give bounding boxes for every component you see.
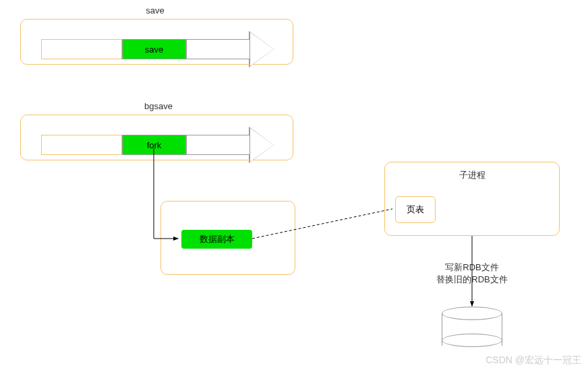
bgsave-title: bgsave	[125, 101, 192, 111]
watermark-text: CSDN @宏远十一冠王	[486, 354, 581, 367]
child-process-container: 子进程 页表	[384, 162, 560, 236]
arrow-segment-before	[41, 39, 122, 59]
rdb-cylinder-icon	[442, 307, 502, 347]
page-table-box: 页表	[395, 196, 436, 223]
save-arrow: save	[41, 32, 274, 66]
arrow-head-icon	[250, 32, 274, 66]
data-copy-label: 数据副本	[200, 233, 235, 245]
arrow-segment-after-bg	[186, 135, 250, 155]
fork-arrow-label: fork	[147, 140, 162, 150]
save-arrow-label: save	[145, 44, 163, 55]
arrow-segment-after	[186, 39, 250, 59]
rdb-line2: 替换旧的RDB文件	[432, 274, 512, 286]
bgsave-arrow: fork	[41, 128, 274, 162]
data-copy-box: 数据副本	[181, 230, 252, 249]
rdb-annotation: 写新RDB文件 替换旧的RDB文件	[432, 261, 512, 286]
save-title: save	[121, 5, 189, 16]
arrow-segment-fork: fork	[122, 135, 186, 155]
arrow-segment-before-bg	[41, 135, 122, 155]
save-container: save	[20, 19, 293, 65]
data-copy-container: 数据副本	[160, 201, 295, 275]
arrow-segment-save: save	[122, 39, 186, 59]
child-process-title: 子进程	[385, 169, 559, 181]
rdb-line1: 写新RDB文件	[432, 261, 512, 274]
bgsave-container: fork	[20, 115, 293, 160]
arrow-head-icon-bg	[250, 128, 274, 162]
page-table-label: 页表	[407, 204, 424, 216]
